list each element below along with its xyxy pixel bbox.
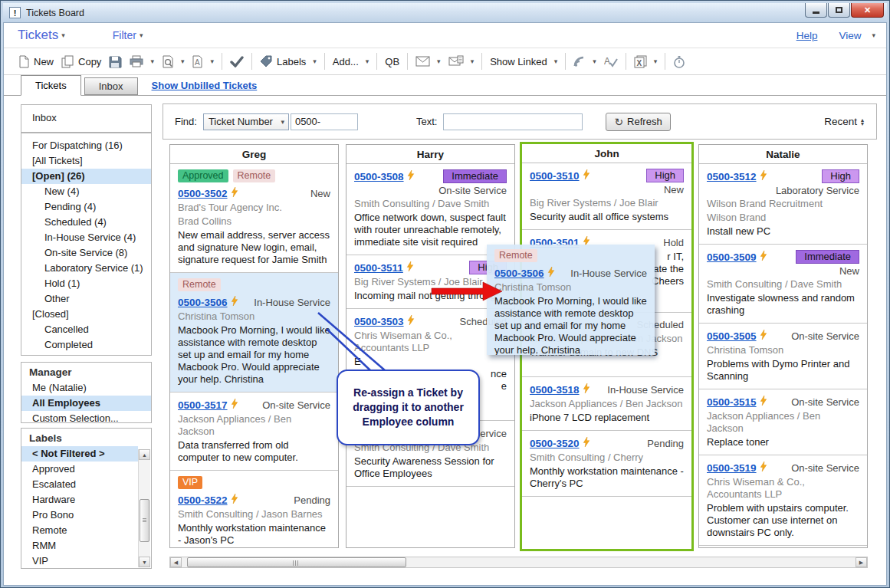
refresh-button[interactable]: ↻ Refresh bbox=[606, 113, 670, 131]
scroll-down-arrow[interactable]: ▼ bbox=[139, 557, 150, 567]
sidebar-item[interactable]: RMM bbox=[21, 538, 138, 554]
show-unbilled-tickets-link[interactable]: Show Unbilled Tickets bbox=[152, 80, 258, 91]
pdf-button[interactable]: A ▾ bbox=[188, 53, 218, 71]
tickets-menu[interactable]: Tickets bbox=[18, 28, 58, 43]
ticket-number-link[interactable]: 0500-3506 bbox=[178, 297, 228, 308]
print-button[interactable]: ▾ bbox=[126, 53, 158, 70]
scroll-right-arrow[interactable]: ▶ bbox=[856, 557, 867, 567]
ticket-card[interactable]: 0500-3505On-site ServiceChristina Tomson… bbox=[699, 324, 867, 389]
sidebar-item[interactable]: All Employees bbox=[21, 396, 151, 411]
sidebar-item[interactable]: Custom Selection... bbox=[21, 411, 151, 426]
complete-button[interactable] bbox=[226, 54, 248, 70]
ticket-card[interactable]: 0500-3519On-site ServiceChris Wiseman & … bbox=[699, 455, 867, 546]
spellcheck-button[interactable]: A bbox=[600, 53, 622, 70]
sidebar-item[interactable]: Scheduled (4) bbox=[21, 215, 151, 230]
dragged-ticket-card[interactable]: Remote0500-3506In-House ServiceChristina… bbox=[487, 245, 655, 355]
ticket-card[interactable]: VIP0500-3522PendingSmith Consulting / Ja… bbox=[170, 471, 338, 548]
sidebar-item[interactable]: Pro Bono bbox=[21, 508, 138, 523]
save-button[interactable] bbox=[105, 53, 126, 71]
sidebar-item[interactable]: < Not Filtered > bbox=[21, 446, 138, 462]
email-ticket-button[interactable]: ▾ bbox=[445, 53, 478, 70]
sidebar-item[interactable]: On-site Service (8) bbox=[21, 245, 151, 261]
timer-button[interactable] bbox=[669, 53, 689, 71]
sidebar-item[interactable]: Other bbox=[21, 291, 151, 307]
sidebar-item[interactable]: Me (Natalie) bbox=[21, 380, 151, 396]
ticket-card[interactable]: 0500-3512HighLaboratory ServiceWilson Br… bbox=[699, 164, 867, 245]
scroll-left-arrow[interactable]: ◀ bbox=[170, 557, 182, 567]
labels-button[interactable]: Labels ▾ bbox=[256, 53, 320, 70]
board-horizontal-scrollbar[interactable]: ◀ ▶ bbox=[169, 557, 868, 568]
ticket-labels: Remote bbox=[494, 249, 647, 262]
maximize-button[interactable] bbox=[828, 3, 850, 18]
sidebar-item[interactable]: For Dispatching (16) bbox=[21, 138, 151, 153]
sidebar-item[interactable]: Laboratory Service (1) bbox=[21, 261, 151, 276]
print-preview-button[interactable]: ▾ bbox=[158, 53, 189, 71]
sidebar-item[interactable]: Hold (1) bbox=[21, 276, 151, 291]
show-linked-button[interactable]: Show Linked ▾ bbox=[486, 54, 561, 70]
ticket-number-link[interactable]: 0500-3518 bbox=[530, 384, 580, 396]
text-search-input[interactable] bbox=[443, 113, 583, 130]
copy-button[interactable]: Copy bbox=[57, 53, 105, 71]
ticket-number-link[interactable]: 0500-3522 bbox=[178, 494, 228, 506]
ticket-number-link[interactable]: 0500-3502 bbox=[178, 188, 228, 199]
new-button[interactable]: New bbox=[15, 53, 57, 71]
title-bar[interactable]: ! Tickets Board ✕ bbox=[3, 3, 887, 22]
ticket-number-link[interactable]: 0500-3515 bbox=[707, 396, 757, 408]
employee-column-natalie: Natalie0500-3512HighLaboratory ServiceWi… bbox=[698, 144, 868, 548]
ticket-number-link[interactable]: 0500-3503 bbox=[354, 316, 404, 327]
ticket-number-link[interactable]: 0500-3520 bbox=[530, 438, 580, 449]
ticket-number-link[interactable]: 0500-3510 bbox=[530, 170, 580, 182]
sidebar-item[interactable]: Pending (4) bbox=[21, 199, 151, 215]
find-value-input[interactable] bbox=[291, 113, 358, 130]
ticket-number-link[interactable]: 0500-3508 bbox=[354, 171, 404, 182]
quickbooks-button[interactable]: QB bbox=[381, 54, 403, 70]
ticket-number-link[interactable]: 0500-3511 bbox=[354, 262, 403, 274]
scrollbar-thumb[interactable] bbox=[140, 499, 149, 542]
ticket-number-link[interactable]: 0500-3509 bbox=[707, 251, 757, 263]
add-button[interactable]: Add... ▾ bbox=[329, 54, 373, 70]
labels-scrollbar[interactable]: ▲ ▼ bbox=[138, 449, 150, 567]
sidebar-item[interactable]: Hardware bbox=[21, 492, 138, 508]
filter-menu[interactable]: Filter bbox=[113, 29, 136, 41]
sort-recent-dropdown[interactable]: Recent ▴▾ bbox=[824, 116, 864, 127]
minimize-button[interactable] bbox=[805, 3, 827, 18]
tab-tickets[interactable]: Tickets bbox=[21, 75, 81, 96]
sidebar-item[interactable]: New (4) bbox=[21, 184, 151, 199]
sidebar-item[interactable]: Escalated bbox=[21, 477, 138, 492]
find-by-dropdown[interactable]: Ticket Number ▾ bbox=[203, 113, 289, 130]
sidebar-item[interactable]: Remote bbox=[21, 523, 138, 538]
sidebar-item[interactable]: VIP bbox=[21, 554, 138, 569]
help-link[interactable]: Help bbox=[796, 30, 818, 41]
tab-inbox[interactable]: Inbox bbox=[84, 77, 138, 95]
sidebar-item[interactable]: [All Tickets] bbox=[21, 153, 151, 169]
view-menu[interactable]: View bbox=[839, 30, 861, 41]
sidebar-item[interactable]: [Closed] bbox=[21, 307, 151, 322]
ticket-card[interactable]: 0500-3515On-site ServiceJackson Applianc… bbox=[699, 389, 867, 455]
sidebar-item[interactable]: Cancelled bbox=[21, 322, 151, 337]
ticket-number-link[interactable]: 0500-3512 bbox=[707, 171, 757, 182]
ticket-card[interactable]: 0500-3508ImmediateOn-site ServiceSmith C… bbox=[346, 164, 514, 255]
ticket-number-link[interactable]: 0500-3519 bbox=[707, 462, 757, 474]
scrollbar-thumb[interactable] bbox=[187, 557, 406, 567]
rss-button[interactable]: ▾ bbox=[570, 54, 600, 70]
sidebar-item[interactable]: Approved bbox=[21, 462, 138, 477]
sidebar-labels-box: Labels < Not Filtered >ApprovedEscalated… bbox=[21, 428, 152, 569]
sidebar-item[interactable]: Completed bbox=[21, 337, 151, 353]
ticket-number-link[interactable]: 0500-3505 bbox=[707, 330, 757, 342]
sidebar-item[interactable]: [Open] (26) bbox=[21, 169, 151, 184]
ticket-card[interactable]: 0500-3520PendingSmith Consulting / Cherr… bbox=[522, 431, 691, 497]
ticket-card[interactable]: 0500-3510HighNewBig River Systems / Joe … bbox=[522, 163, 691, 230]
sidebar-item-inbox[interactable]: Inbox bbox=[21, 105, 151, 126]
email-button[interactable]: ▾ bbox=[412, 54, 445, 69]
ticket-card[interactable]: Remote0500-3506In-House ServiceChristina… bbox=[170, 273, 338, 393]
ticket-card[interactable]: 0500-3517On-site ServiceJackson Applianc… bbox=[170, 393, 338, 471]
ticket-card[interactable]: 0500-3509ImmediateNewSmith Consulting / … bbox=[699, 245, 867, 324]
ticket-number-link[interactable]: 0500-3517 bbox=[178, 399, 228, 411]
excel-export-button[interactable]: X ▾ bbox=[630, 53, 662, 71]
ticket-card[interactable]: 0500-3518In-House ServiceJackson Applian… bbox=[522, 377, 691, 431]
sidebar-item[interactable]: In-House Service (4) bbox=[21, 230, 151, 245]
ticket-number-link[interactable]: 0500-3506 bbox=[494, 268, 544, 279]
close-button[interactable]: ✕ bbox=[851, 3, 884, 18]
ticket-card[interactable]: ApprovedRemote0500-3502NewBrad's Tour Ag… bbox=[170, 164, 338, 273]
scroll-up-arrow[interactable]: ▲ bbox=[139, 449, 150, 460]
